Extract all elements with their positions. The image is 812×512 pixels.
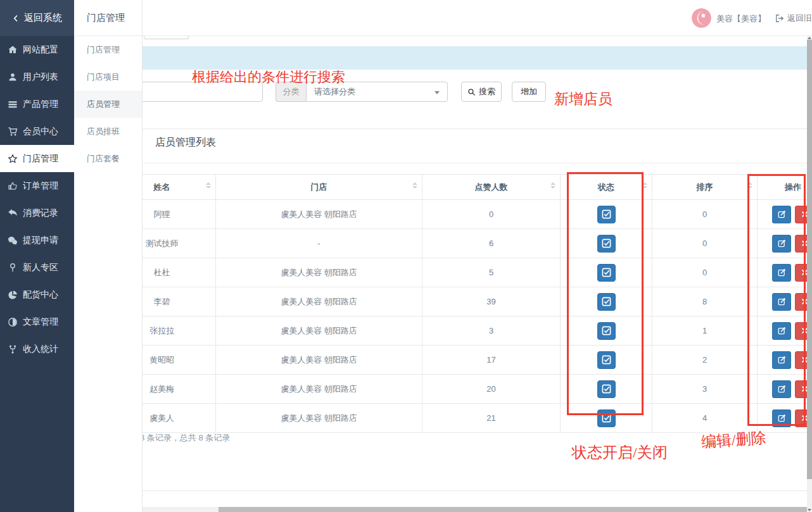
submenu-item[interactable]: 门店管理 bbox=[74, 36, 142, 63]
submenu-item[interactable]: 店员排班 bbox=[74, 118, 142, 145]
sort-order-cell: 0 bbox=[652, 258, 758, 287]
panel-title-border bbox=[143, 163, 807, 163]
column-header[interactable]: 排序 bbox=[652, 175, 758, 200]
annotation-box-status-column bbox=[567, 172, 644, 415]
sidebar-item-label: 提现申请 bbox=[23, 235, 58, 246]
store-cell: 虞美人美容 朝阳路店 bbox=[216, 404, 422, 433]
store-cell: - bbox=[216, 229, 422, 258]
thumbs-up-icon bbox=[8, 181, 18, 191]
scroll-up-arrow[interactable] bbox=[808, 37, 811, 39]
table-row: 虞美人虞美人美容 朝阳路店214 bbox=[143, 404, 807, 433]
sidebar-item-pin[interactable]: 新人专区 bbox=[0, 254, 74, 281]
sidebar-item-reply[interactable]: 消费记录 bbox=[0, 199, 74, 227]
likes-count-cell: 39 bbox=[422, 287, 561, 316]
sidebar-item-label: 文章管理 bbox=[23, 316, 58, 328]
sidebar-item-list[interactable]: 产品管理 bbox=[0, 91, 74, 118]
sidebar-item-label: 订单管理 bbox=[23, 180, 58, 192]
likes-count-cell: 17 bbox=[422, 346, 561, 375]
sort-carets-icon[interactable] bbox=[550, 182, 555, 189]
table-row: 李碧虞美人美容 朝阳路店398 bbox=[143, 287, 807, 316]
sort-order-cell: 2 bbox=[652, 346, 758, 375]
annotation-box-operations-column bbox=[747, 174, 806, 426]
chevron-down-icon bbox=[435, 91, 440, 94]
store-cell: 虞美人美容 朝阳路店 bbox=[216, 287, 422, 316]
submenu-item[interactable]: 门店套餐 bbox=[74, 145, 142, 172]
sidebar-item-adjust[interactable]: 文章管理 bbox=[0, 308, 74, 335]
staff-name-cell: 李碧 bbox=[143, 287, 216, 316]
reply-icon bbox=[8, 208, 18, 218]
back-to-system-button[interactable]: 返回系统 bbox=[0, 0, 74, 36]
sort-order-cell: 0 bbox=[652, 200, 758, 229]
sidebar-item-label: 会员中心 bbox=[23, 126, 58, 137]
store-cell: 虞美人美容 朝阳路店 bbox=[216, 200, 422, 229]
add-button[interactable]: 增加 bbox=[512, 82, 546, 102]
sidebar-item-user[interactable]: 用户列表 bbox=[0, 63, 74, 91]
sort-carets-icon[interactable] bbox=[206, 182, 211, 189]
column-header[interactable]: 门店 bbox=[216, 175, 422, 200]
fork-icon bbox=[8, 344, 18, 354]
staff-table: 姓名门店点赞人数状态排序操作 阿狸虞美人美容 朝阳路店00测试技师-60杜杜虞美… bbox=[143, 174, 807, 433]
sort-order-cell: 4 bbox=[652, 404, 758, 433]
table-row: 测试技师-60 bbox=[143, 229, 807, 258]
store-cell: 虞美人美容 朝阳路店 bbox=[216, 346, 422, 375]
sidebar-nav: 网站配置用户列表产品管理会员中心门店管理订单管理消费记录提现申请新人专区配货中心… bbox=[0, 36, 74, 512]
exit-label: 返回旧 bbox=[787, 13, 812, 24]
submenu-item[interactable]: 店员管理 bbox=[74, 91, 142, 118]
column-header-label: 门店 bbox=[311, 182, 327, 192]
sidebar-item-label: 门店管理 bbox=[23, 153, 58, 165]
store-cell: 虞美人美容 朝阳路店 bbox=[216, 375, 422, 404]
annotation-status-note: 状态开启/关闭 bbox=[572, 442, 668, 463]
staff-name-cell: 测试技师 bbox=[143, 229, 216, 258]
horizontal-scrollbar[interactable] bbox=[143, 507, 807, 512]
sidebar-item-pie-chart[interactable]: 配货中心 bbox=[0, 281, 74, 308]
scroll-down-arrow[interactable] bbox=[808, 509, 811, 511]
submenu-item[interactable]: 门店项目 bbox=[74, 63, 142, 91]
sidebar-item-home[interactable]: 网站配置 bbox=[0, 36, 74, 63]
chevron-left-icon bbox=[12, 14, 20, 23]
likes-count-cell: 6 bbox=[422, 229, 561, 258]
sidebar-item-star[interactable]: 门店管理 bbox=[0, 145, 74, 172]
pie-chart-icon bbox=[8, 290, 18, 300]
sidebar-item-thumbs-up[interactable]: 订单管理 bbox=[0, 172, 74, 199]
add-button-label: 增加 bbox=[521, 86, 537, 97]
submenu-items: 门店管理门店项目店员管理店员排班门店套餐 bbox=[74, 36, 142, 172]
vertical-scrollbar[interactable] bbox=[807, 36, 812, 512]
likes-count-cell: 21 bbox=[422, 404, 561, 433]
return-old-version-link[interactable]: 返回旧 bbox=[775, 13, 812, 24]
merchant-avatar[interactable] bbox=[692, 8, 711, 28]
column-header[interactable]: 姓名 bbox=[143, 175, 216, 200]
vertical-scrollbar-thumb[interactable] bbox=[807, 40, 812, 479]
staff-name-cell: 虞美人 bbox=[143, 404, 216, 433]
sidebar-item-label: 新人专区 bbox=[23, 262, 58, 273]
panel-top-border bbox=[143, 128, 807, 129]
search-button-label: 搜索 bbox=[479, 86, 495, 97]
staff-name-cell: 阿狸 bbox=[143, 200, 216, 229]
sort-carets-icon[interactable] bbox=[412, 182, 417, 189]
table-row: 杜杜虞美人美容 朝阳路店50 bbox=[143, 258, 807, 287]
pin-icon bbox=[8, 263, 18, 273]
main-content: 分类 请选择分类 搜索 增加 店员管理列表 姓名门店点赞人数状态排序操作 阿狸虞… bbox=[143, 36, 807, 507]
merchant-name: 美容【美容】 bbox=[716, 13, 766, 25]
submenu-title: 门店管理 bbox=[74, 0, 142, 36]
store-cell: 虞美人美容 朝阳路店 bbox=[216, 258, 422, 287]
search-button[interactable]: 搜索 bbox=[461, 82, 502, 102]
sidebar-item-label: 配货中心 bbox=[23, 289, 58, 301]
panel-bottom-border bbox=[143, 490, 807, 491]
sidebar-item-label: 消费记录 bbox=[23, 208, 58, 219]
sidebar-item-fork[interactable]: 收入统计 bbox=[0, 335, 74, 363]
sidebar-item-label: 用户列表 bbox=[23, 72, 58, 83]
store-cell: 虞美人美容 朝阳路店 bbox=[216, 316, 422, 346]
records-summary: 8 条记录，总共 8 条记录 bbox=[143, 432, 230, 444]
sidebar-item-wechat[interactable]: 提现申请 bbox=[0, 227, 74, 254]
adjust-icon bbox=[8, 317, 18, 327]
category-selected-value: 请选择分类 bbox=[314, 87, 355, 96]
annotation-search-note: 根据给出的条件进行搜索 bbox=[192, 68, 345, 87]
sign-out-icon bbox=[775, 14, 784, 23]
horizontal-scrollbar-thumb[interactable] bbox=[219, 507, 807, 512]
info-alert-bar bbox=[143, 46, 807, 70]
column-header[interactable]: 点赞人数 bbox=[422, 175, 561, 200]
submenu-panel: 门店管理 门店管理门店项目店员管理店员排班门店套餐 bbox=[74, 0, 143, 512]
search-icon bbox=[467, 88, 476, 96]
sidebar-item-cart[interactable]: 会员中心 bbox=[0, 118, 74, 145]
back-label: 返回系统 bbox=[24, 12, 62, 24]
